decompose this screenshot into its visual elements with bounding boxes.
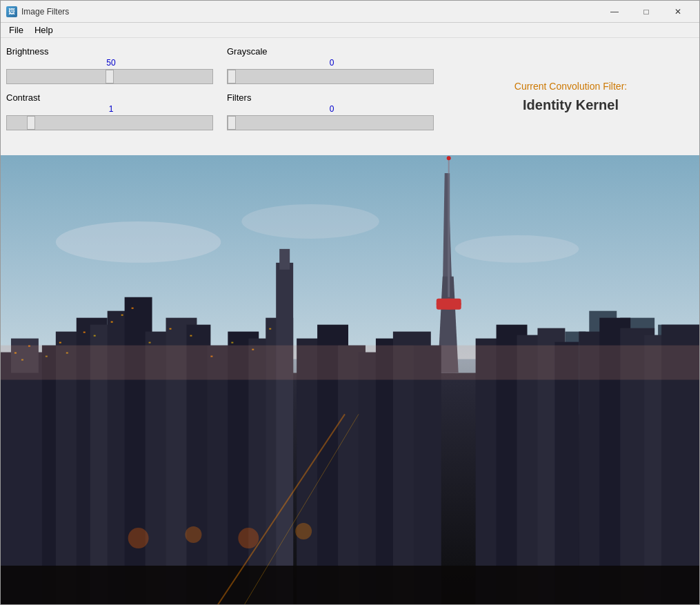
convolution-label: Current Convolution Filter: xyxy=(514,81,627,92)
brightness-slider-container xyxy=(6,69,213,84)
filters-label: Filters xyxy=(227,92,437,103)
svg-rect-55 xyxy=(94,335,96,337)
controls-left: Brightness 50 Contrast 1 xyxy=(1,43,221,150)
svg-point-69 xyxy=(238,528,259,548)
menu-help[interactable]: Help xyxy=(29,23,59,37)
svg-rect-58 xyxy=(132,308,134,309)
brightness-slider[interactable] xyxy=(6,69,213,84)
window-controls: — □ ✕ xyxy=(599,1,694,23)
grayscale-group: Grayscale 0 xyxy=(227,46,437,84)
contrast-slider-container xyxy=(6,115,213,130)
brightness-label: Brightness xyxy=(6,46,216,57)
grayscale-value: 0 xyxy=(227,58,437,68)
maximize-button[interactable]: □ xyxy=(630,1,662,23)
image-display xyxy=(1,155,699,604)
grayscale-label: Grayscale xyxy=(227,46,437,57)
convolution-value: Identity Kernel xyxy=(523,97,619,113)
svg-rect-29 xyxy=(276,263,293,604)
svg-rect-61 xyxy=(190,335,192,337)
svg-rect-73 xyxy=(1,346,699,380)
svg-rect-54 xyxy=(83,332,86,333)
svg-point-67 xyxy=(128,528,149,548)
contrast-slider[interactable] xyxy=(6,115,213,130)
brightness-value: 50 xyxy=(6,58,216,68)
controls-right: Grayscale 0 Filters 0 xyxy=(221,43,442,150)
filters-slider-container xyxy=(227,115,434,130)
svg-point-75 xyxy=(241,204,379,239)
contrast-label: Contrast xyxy=(6,92,216,103)
menu-bar: File Help xyxy=(1,23,699,38)
close-button[interactable]: ✕ xyxy=(662,1,694,23)
svg-rect-30 xyxy=(279,249,290,270)
svg-point-13 xyxy=(447,156,451,160)
app-icon: 🖼 xyxy=(6,6,17,17)
contrast-group: Contrast 1 xyxy=(6,92,216,130)
convolution-info: Current Convolution Filter: Identity Ker… xyxy=(442,43,699,150)
contrast-value: 1 xyxy=(6,104,216,114)
window-title: Image Filters xyxy=(21,7,599,17)
brightness-group: Brightness 50 xyxy=(6,46,216,84)
image-area xyxy=(1,155,699,604)
title-bar: 🖼 Image Filters — □ ✕ xyxy=(1,1,699,23)
svg-rect-59 xyxy=(149,342,151,344)
svg-point-74 xyxy=(56,221,221,263)
svg-rect-52 xyxy=(59,342,61,344)
svg-rect-65 xyxy=(269,328,271,330)
svg-point-76 xyxy=(455,235,579,263)
svg-rect-57 xyxy=(121,315,123,316)
svg-point-68 xyxy=(185,526,201,543)
svg-rect-60 xyxy=(170,328,172,330)
svg-point-70 xyxy=(295,523,312,539)
controls-panel: Brightness 50 Contrast 1 Grayscale 0 xyxy=(1,38,699,155)
menu-file[interactable]: File xyxy=(3,23,29,37)
grayscale-slider-container xyxy=(227,69,434,84)
filters-group: Filters 0 xyxy=(227,92,437,130)
grayscale-slider[interactable] xyxy=(227,69,434,84)
svg-rect-37 xyxy=(414,346,441,604)
main-window: 🖼 Image Filters — □ ✕ File Help Brightne… xyxy=(0,0,700,605)
filters-slider[interactable] xyxy=(227,115,434,130)
svg-rect-63 xyxy=(231,342,233,344)
minimize-button[interactable]: — xyxy=(599,1,630,23)
svg-rect-66 xyxy=(1,566,699,604)
filters-value: 0 xyxy=(227,104,437,114)
svg-rect-42 xyxy=(554,342,579,604)
svg-rect-10 xyxy=(437,299,461,310)
svg-rect-56 xyxy=(111,321,113,323)
city-skyline-svg xyxy=(1,155,699,604)
